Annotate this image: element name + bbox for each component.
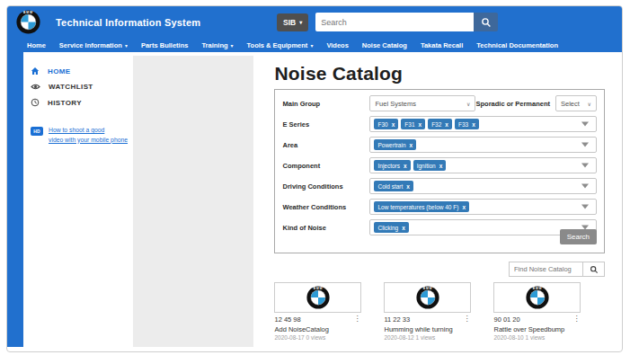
chip-remove-icon[interactable]: x [445,121,448,128]
history-clock-icon [31,98,40,107]
nav-item[interactable]: Technical Documentation [476,41,558,49]
sporadic-label: Sporadic or Permanent [475,100,550,108]
form-search-button[interactable]: Search [560,229,597,244]
video-meta: 2020-08-10 1 views [493,334,581,341]
selected-chip[interactable]: Ignition x [413,160,447,171]
video-thumbnail[interactable]: BMW [493,282,581,313]
link-line-2: video with your mobile phone [49,137,128,143]
left-accent-strip [7,52,23,347]
kebab-menu-icon[interactable]: ⋮ [462,315,471,323]
search-input[interactable] [315,13,474,31]
nav-item[interactable]: Takata Recall [421,41,463,49]
kebab-menu-icon[interactable]: ⋮ [352,315,361,323]
video-title[interactable]: Rattle over Speedbump [493,325,581,333]
chevron-down-icon: ∨ [466,101,470,107]
chip-remove-icon[interactable]: x [439,163,443,169]
home-icon [31,67,40,75]
dropdown-caret-icon[interactable] [581,122,589,127]
bmw-logo[interactable]: BMW [16,10,40,34]
nav-item-label: Videos [326,41,348,49]
nav-item[interactable]: Service Information ▾ [59,41,128,49]
sidebar-item-home[interactable]: HOME [23,63,133,79]
bmw-roundel-icon: BMW [306,286,330,309]
multiselect-field[interactable]: F30 x F31 x F32 x [369,116,597,132]
video-meta: 2020-08-17 0 views [274,334,361,341]
chip-label: Powertrain [377,142,405,148]
selected-chip[interactable]: Low temperatures (below 40 F) x [374,201,469,212]
chevron-down-icon: ∨ [588,101,591,107]
video-code: 12 45 98 [274,315,300,324]
dropdown-caret-icon[interactable] [581,143,589,147]
sporadic-select[interactable]: Select ∨ [555,95,597,111]
selected-chip[interactable]: F30 x [374,119,398,129]
nav-item[interactable]: Home [27,41,46,49]
video-meta: 2020-08-12 1 views [384,334,471,341]
sib-label: SIB [283,18,296,27]
chip-label: F32 [431,121,441,128]
nav-item[interactable]: Parts Bulletins [141,41,189,49]
sidebar: HOME WATCHLIST HISTORY HD How to s [23,52,133,347]
multiselect-field[interactable]: Powertrain x [369,137,597,153]
chip-remove-icon[interactable]: x [462,204,466,210]
nav-item-label: Noise Catalog [362,41,407,49]
bmw-roundel-icon: BMW [526,286,549,309]
selected-chip[interactable]: Clicking x [374,222,408,233]
selected-chip[interactable]: F32 x [428,119,452,129]
chevron-down-icon: ▾ [299,19,302,25]
main-panel: Noise Catalog Main Group Fuel Systems ∨ … [253,52,622,352]
chip-remove-icon[interactable]: x [406,183,410,190]
nav-item[interactable]: Tools & Equipment ▾ [247,41,314,49]
sidebar-item-watchlist[interactable]: WATCHLIST [23,79,133,94]
nav-item[interactable]: Noise Catalog [362,41,407,49]
dropdown-caret-icon[interactable] [581,164,589,168]
selected-chip[interactable]: F31 x [401,119,425,129]
form-row-main-group: Main Group Fuel Systems ∨ Sporadic or Pe… [282,95,597,111]
nav-item[interactable]: Training ▾ [201,41,233,49]
dropdown-caret-icon[interactable] [581,205,589,209]
nav-item-label: Takata Recall [421,41,463,49]
search-button[interactable] [474,13,498,31]
chip-label: Clicking [377,225,398,231]
video-thumbnail[interactable]: BMW [384,282,471,313]
form-row-label: Weather Conditions [282,203,369,211]
multiselect-field[interactable]: Injectors x Ignition x [369,157,597,173]
form-row-label: Area [282,141,369,149]
dropdown-caret-icon[interactable] [581,184,589,189]
find-noise-catalog-input[interactable] [509,262,582,277]
multiselect-field[interactable]: Low temperatures (below 40 F) x [369,199,597,215]
video-title[interactable]: Add NoiseCatalog [274,325,361,333]
svg-text:BMW: BMW [533,287,543,290]
kebab-menu-icon[interactable]: ⋮ [572,315,581,323]
video-title[interactable]: Humming while turning [384,325,471,333]
nav-item[interactable]: Videos [326,41,348,49]
nav-item-label: Home [27,41,46,49]
chip-remove-icon[interactable]: x [410,142,413,148]
nav-item-label: Parts Bulletins [141,41,189,49]
selected-chip[interactable]: F33 x [455,119,479,129]
sidebar-item-history[interactable]: HISTORY [23,94,133,111]
app-header: BMW Technical Information System SIB ▾ [7,6,622,38]
selected-chip[interactable]: Powertrain x [374,139,416,150]
app-title: Technical Information System [56,17,200,28]
chip-remove-icon[interactable]: x [392,121,395,128]
video-thumbnail[interactable]: BMW [274,282,361,313]
multiselect-field[interactable]: Cold start x [369,178,597,194]
nav-item-label: Service Information [59,41,122,49]
main-group-select[interactable]: Fuel Systems ∨ [369,95,475,111]
video-card-list: BMW 12 45 98 ⋮ Add NoiseCatalog 2020-08-… [274,282,605,341]
nav-item-label: Technical Documentation [476,41,558,49]
chip-remove-icon[interactable]: x [419,121,422,128]
chip-remove-icon[interactable]: x [404,163,407,169]
video-hd-icon: HD [31,127,43,136]
selected-chip[interactable]: Cold start x [374,181,413,191]
selected-chip[interactable]: Injectors x [374,160,410,171]
chip-label: F33 [458,121,468,128]
sib-dropdown-button[interactable]: SIB ▾ [277,13,308,31]
find-noise-catalog-button[interactable] [582,262,605,277]
page-title: Noise Catalog [274,63,605,84]
howto-video-link[interactable]: HD How to shoot a good video with your m… [23,126,133,145]
eye-icon [31,83,40,91]
chip-remove-icon[interactable]: x [472,121,475,128]
video-card: BMW 12 45 98 ⋮ Add NoiseCatalog 2020-08-… [274,282,361,341]
chip-remove-icon[interactable]: x [402,225,405,231]
